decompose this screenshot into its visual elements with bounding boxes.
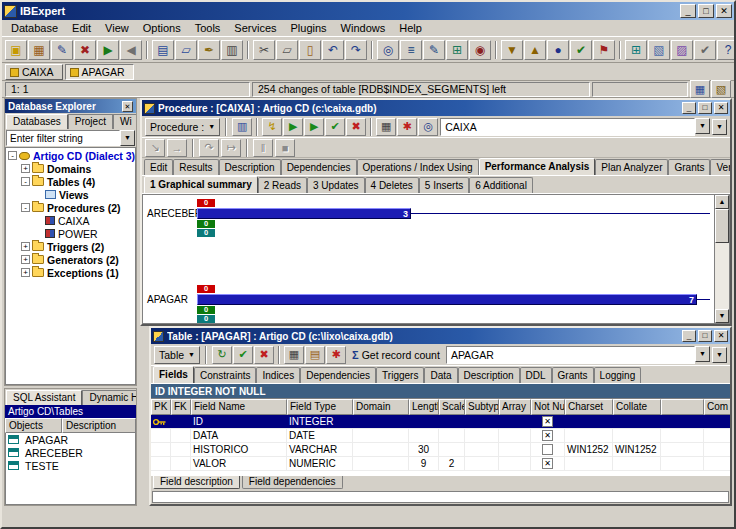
subtab-2-reads[interactable]: 2 Reads bbox=[258, 177, 307, 193]
trace-into-button[interactable]: ↷ bbox=[199, 139, 219, 157]
expand-toggle[interactable]: - bbox=[8, 151, 17, 160]
expand-toggle[interactable]: + bbox=[21, 255, 30, 264]
scrollbar-track[interactable] bbox=[715, 243, 729, 309]
print-button[interactable]: ▦ bbox=[284, 346, 304, 364]
to-do-list-button[interactable]: ✔ bbox=[694, 40, 716, 60]
close-button[interactable]: ✕ bbox=[714, 330, 728, 342]
tree-item[interactable]: -Procedures (2) bbox=[6, 201, 135, 214]
column-header-not-null[interactable]: Not Null bbox=[531, 399, 565, 415]
subtab-3-updates[interactable]: 3 Updates bbox=[307, 177, 365, 193]
tab-grants[interactable]: Grants bbox=[552, 367, 594, 383]
subtab-5-inserts[interactable]: 5 Inserts bbox=[419, 177, 469, 193]
assistant-tab-dynamic-help[interactable]: Dynamic Help bbox=[82, 390, 136, 405]
find-button[interactable]: ◎ bbox=[377, 40, 399, 60]
column-header-objects[interactable]: Objects bbox=[5, 418, 62, 433]
tab-fields[interactable]: Fields bbox=[153, 366, 194, 383]
sql-monitor-button[interactable]: ◉ bbox=[469, 40, 491, 60]
tab-triggers[interactable]: Triggers bbox=[376, 367, 424, 383]
tree-item[interactable]: +Domains bbox=[6, 162, 135, 175]
field-row[interactable]: VALORNUMERIC92✕ bbox=[151, 457, 730, 471]
tab-performance-analysis[interactable]: Performance Analysis bbox=[479, 158, 596, 175]
cut-button[interactable]: ✂ bbox=[253, 40, 275, 60]
not-null-checkbox[interactable]: ✕ bbox=[542, 458, 553, 469]
menu-windows[interactable]: Windows bbox=[334, 21, 393, 35]
document-tab-caixa[interactable]: CAIXA bbox=[5, 64, 63, 80]
assistant-tab-sql-assistant[interactable]: SQL Assistant bbox=[6, 390, 82, 405]
not-null-checkbox[interactable] bbox=[542, 444, 553, 455]
close-button[interactable]: ✕ bbox=[714, 102, 728, 114]
field-row[interactable]: IDINTEGER✕ bbox=[151, 415, 730, 429]
tab-logging[interactable]: Logging bbox=[594, 367, 642, 383]
grant-manager-button[interactable]: ✔ bbox=[570, 40, 592, 60]
tree-item[interactable]: +Generators (2) bbox=[6, 253, 135, 266]
save-procedure-button[interactable]: ▥ bbox=[232, 118, 252, 136]
expand-toggle[interactable]: + bbox=[21, 268, 30, 277]
tree-item[interactable]: CAIXA bbox=[6, 214, 135, 227]
chevron-down-icon[interactable]: ▼ bbox=[695, 346, 710, 362]
print-button[interactable]: ▦ bbox=[376, 118, 396, 136]
column-header-field-name[interactable]: Field Name bbox=[191, 399, 287, 415]
chevron-down-icon[interactable]: ▼ bbox=[695, 118, 710, 134]
print-metadata-button[interactable]: ▥ bbox=[221, 40, 243, 60]
paste-button[interactable]: ▯ bbox=[299, 40, 321, 60]
filter-input[interactable]: Enter filter string bbox=[6, 130, 120, 146]
menu-view[interactable]: View bbox=[98, 21, 136, 35]
tree-item[interactable]: -Artigo CD (Dialect 3) bbox=[6, 149, 135, 162]
extract-metadata-button[interactable]: ✒ bbox=[198, 40, 220, 60]
column-header-domain[interactable]: Domain bbox=[353, 399, 409, 415]
menu-edit[interactable]: Edit bbox=[65, 21, 98, 35]
tab-version-history[interactable]: Version History bbox=[710, 159, 730, 175]
expand-toggle[interactable]: - bbox=[21, 177, 30, 186]
scroll-down-icon[interactable]: ▼ bbox=[715, 309, 729, 323]
column-header-subtype[interactable]: Subtype bbox=[465, 399, 499, 415]
menu-database[interactable]: Database bbox=[4, 21, 65, 35]
commit-button[interactable]: ✔ bbox=[325, 118, 345, 136]
sql-editor-button[interactable]: ≡ bbox=[400, 40, 422, 60]
expand-toggle[interactable]: + bbox=[21, 242, 30, 251]
database-registration-info-button[interactable]: ✎ bbox=[51, 40, 73, 60]
minimize-button[interactable]: _ bbox=[682, 102, 696, 114]
tree-item[interactable]: POWER bbox=[6, 227, 135, 240]
column-header-description[interactable]: Description bbox=[62, 418, 136, 433]
new-object-button[interactable]: ▤ bbox=[152, 40, 174, 60]
register-database-button[interactable]: ▦ bbox=[28, 40, 50, 60]
not-null-checkbox[interactable]: ✕ bbox=[542, 430, 553, 441]
tab-dependencies[interactable]: Dependencies bbox=[281, 159, 357, 175]
new-table-button[interactable]: ⊞ bbox=[625, 40, 647, 60]
user-manager-button[interactable]: ● bbox=[547, 40, 569, 60]
rollback-button[interactable]: ✖ bbox=[254, 346, 274, 364]
refresh-button[interactable]: ↻ bbox=[212, 346, 232, 364]
connect-database-button[interactable]: ▶ bbox=[97, 40, 119, 60]
rollback-button[interactable]: ✖ bbox=[346, 118, 366, 136]
tree-item[interactable]: -Tables (4) bbox=[6, 175, 135, 188]
subtab-4-deletes[interactable]: 4 Deletes bbox=[365, 177, 419, 193]
chart-scrollbar[interactable]: ▲ ▼ bbox=[714, 195, 729, 323]
unregister-database-button[interactable]: ✖ bbox=[74, 40, 96, 60]
save-desktop-button[interactable]: ▦ bbox=[690, 80, 710, 98]
tab-dependencies[interactable]: Dependencies bbox=[300, 367, 376, 383]
column-header-pk[interactable]: PK bbox=[151, 399, 171, 415]
explorer-tab-databases[interactable]: Databases bbox=[6, 114, 68, 129]
run-with-parameters-button[interactable]: ▶ bbox=[304, 118, 324, 136]
column-header-array[interactable]: Array bbox=[499, 399, 531, 415]
tab-constraints[interactable]: Constraints bbox=[194, 367, 257, 383]
column-header-com[interactable]: Com bbox=[704, 399, 730, 415]
column-header-blank[interactable] bbox=[661, 399, 704, 415]
procedure-name-combo[interactable]: CAIXA ▼ bbox=[440, 118, 710, 136]
export-data-button[interactable]: ▤ bbox=[305, 346, 325, 364]
menu-help[interactable]: Help bbox=[392, 21, 429, 35]
step-into-button[interactable]: ↘ bbox=[145, 139, 165, 157]
subtab-6-additional[interactable]: 6 Additional bbox=[469, 177, 533, 193]
toolbar-overflow-icon[interactable]: ▼ bbox=[712, 119, 727, 135]
redo-button[interactable]: ↷ bbox=[345, 40, 367, 60]
tab-ddl[interactable]: DDL bbox=[520, 367, 552, 383]
tab-plan-analyzer[interactable]: Plan Analyzer bbox=[595, 159, 668, 175]
copy-object-button[interactable]: ▱ bbox=[175, 40, 197, 60]
tab-indices[interactable]: Indices bbox=[256, 367, 300, 383]
query-builder-button[interactable]: ⊞ bbox=[446, 40, 468, 60]
help-button[interactable]: ? bbox=[717, 40, 734, 60]
menu-tools[interactable]: Tools bbox=[188, 21, 228, 35]
close-button[interactable]: ✕ bbox=[716, 4, 732, 18]
not-null-checkbox[interactable]: ✕ bbox=[542, 416, 553, 427]
column-header-charset[interactable]: Charset bbox=[565, 399, 613, 415]
